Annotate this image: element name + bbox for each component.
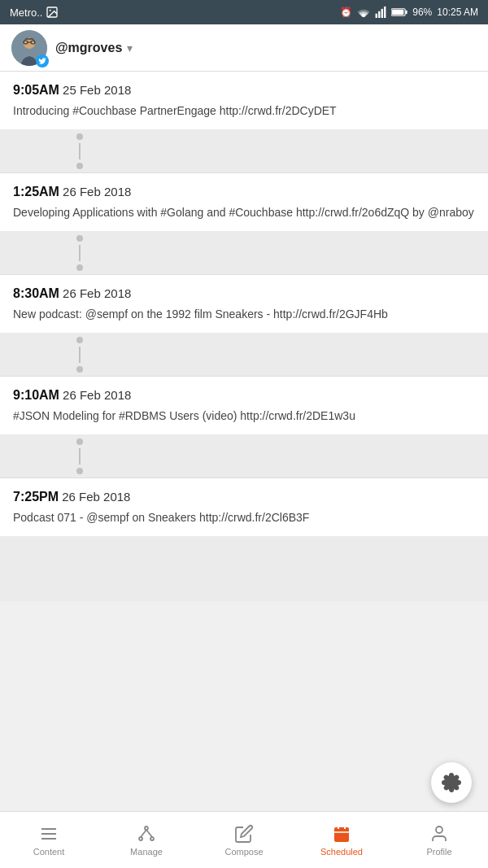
header: @mgroves ▾ bbox=[0, 24, 488, 72]
connector bbox=[0, 129, 488, 173]
svg-rect-3 bbox=[376, 14, 377, 18]
time-display: 10:25 AM bbox=[437, 7, 478, 18]
connector bbox=[0, 434, 488, 478]
connector-line bbox=[76, 235, 83, 271]
nav-item-compose[interactable]: Compose bbox=[195, 812, 293, 868]
connector-line bbox=[76, 133, 83, 169]
divider bbox=[0, 274, 488, 275]
svg-rect-5 bbox=[381, 9, 383, 18]
connector-vline bbox=[79, 347, 81, 363]
content-icon bbox=[39, 824, 59, 844]
connector-dot bbox=[76, 438, 83, 445]
status-bar: Metro.. ⏰ 96% 10:25 AM bbox=[0, 0, 488, 24]
connector-dot bbox=[76, 468, 83, 474]
tweet-timestamp: 7:25PM 26 Feb 2018 bbox=[13, 490, 475, 504]
svg-text:!: ! bbox=[341, 834, 343, 841]
svg-rect-8 bbox=[392, 10, 403, 15]
image-icon bbox=[46, 6, 59, 19]
scheduled-icon: ! bbox=[332, 824, 351, 844]
gear-icon bbox=[442, 773, 461, 792]
connector-vline bbox=[79, 245, 81, 261]
svg-rect-9 bbox=[406, 11, 407, 14]
tweet-item[interactable]: 1:25AM 26 Feb 2018 Developing Applicatio… bbox=[0, 173, 488, 231]
settings-fab[interactable] bbox=[431, 762, 472, 803]
nav-label-compose: Compose bbox=[224, 847, 263, 857]
svg-point-21 bbox=[150, 837, 154, 840]
connector-dot bbox=[76, 366, 83, 373]
connector-dot bbox=[76, 235, 83, 242]
tweet-text: #JSON Modeling for #RDBMS Users (video) … bbox=[13, 408, 475, 425]
connector-dot bbox=[76, 264, 83, 271]
connector bbox=[0, 333, 488, 377]
connector-vline bbox=[79, 143, 81, 159]
connector-dot bbox=[76, 337, 83, 343]
connector-line bbox=[76, 438, 83, 474]
tweet-item[interactable]: 8:30AM 26 Feb 2018 New podcast: @sempf o… bbox=[0, 275, 488, 333]
svg-point-19 bbox=[145, 827, 148, 830]
avatar-wrapper[interactable] bbox=[11, 30, 47, 66]
tweet-item[interactable]: 9:05AM 25 Feb 2018 Introducing #Couchbas… bbox=[0, 72, 488, 129]
svg-line-22 bbox=[141, 830, 146, 837]
divider bbox=[0, 478, 488, 478]
tweet-text: New podcast: @sempf on the 1992 film Sne… bbox=[13, 306, 475, 323]
svg-point-20 bbox=[139, 837, 142, 840]
tweet-timestamp: 8:30AM 26 Feb 2018 bbox=[13, 286, 475, 301]
nav-item-manage[interactable]: Manage bbox=[98, 812, 195, 868]
nav-label-scheduled: Scheduled bbox=[320, 847, 363, 857]
manage-icon bbox=[137, 824, 156, 844]
svg-point-29 bbox=[436, 827, 442, 833]
compose-icon bbox=[234, 824, 254, 844]
connector bbox=[0, 231, 488, 275]
tweet-timestamp: 1:25AM 26 Feb 2018 bbox=[13, 185, 475, 199]
wifi-icon bbox=[357, 7, 370, 17]
nav-item-content[interactable]: Content bbox=[0, 812, 98, 868]
tweet-item[interactable]: 7:25PM 26 Feb 2018 Podcast 071 - @sempf … bbox=[0, 478, 488, 536]
nav-item-profile[interactable]: Profile bbox=[390, 812, 488, 868]
chevron-down-icon: ▾ bbox=[127, 41, 133, 55]
twitter-icon bbox=[38, 57, 46, 65]
battery-percent: 96% bbox=[412, 7, 432, 18]
bottom-nav: Content Manage Compose ! Scheduled bbox=[0, 811, 488, 868]
twitter-badge bbox=[36, 55, 49, 68]
status-icons: ⏰ 96% 10:25 AM bbox=[340, 7, 478, 18]
tweet-item[interactable]: 9:10AM 26 Feb 2018 #JSON Modeling for #R… bbox=[0, 377, 488, 434]
nav-item-scheduled[interactable]: ! Scheduled bbox=[293, 812, 390, 868]
signal-icon bbox=[375, 7, 386, 18]
nav-label-content: Content bbox=[33, 847, 65, 857]
app-name-text: Metro.. bbox=[10, 7, 42, 19]
timeline: 9:05AM 25 Feb 2018 Introducing #Couchbas… bbox=[0, 72, 488, 601]
svg-line-23 bbox=[146, 830, 152, 837]
svg-point-1 bbox=[50, 10, 51, 11]
connector-vline bbox=[79, 448, 81, 465]
tweet-text: Podcast 071 - @sempf on Sneakers http://… bbox=[13, 509, 475, 526]
battery-icon bbox=[391, 7, 407, 17]
nav-label-profile: Profile bbox=[426, 847, 451, 857]
divider bbox=[0, 376, 488, 377]
connector-dot bbox=[76, 163, 83, 169]
divider bbox=[0, 172, 488, 173]
username-label: @mgroves bbox=[55, 41, 122, 55]
tweet-text: Introducing #Couchbase PartnerEngage htt… bbox=[13, 103, 475, 120]
nav-label-manage: Manage bbox=[130, 847, 163, 857]
svg-rect-4 bbox=[378, 11, 380, 18]
alarm-icon: ⏰ bbox=[340, 7, 352, 18]
tweet-text: Developing Applications with #Golang and… bbox=[13, 204, 475, 221]
status-app-name: Metro.. bbox=[10, 6, 59, 19]
profile-icon bbox=[429, 824, 449, 844]
account-selector[interactable]: @mgroves ▾ bbox=[55, 41, 133, 55]
tweet-timestamp: 9:05AM 25 Feb 2018 bbox=[13, 83, 475, 98]
tweet-timestamp: 9:10AM 26 Feb 2018 bbox=[13, 388, 475, 403]
connector-dot bbox=[76, 133, 83, 140]
svg-rect-6 bbox=[384, 7, 386, 18]
connector-line bbox=[76, 337, 83, 373]
